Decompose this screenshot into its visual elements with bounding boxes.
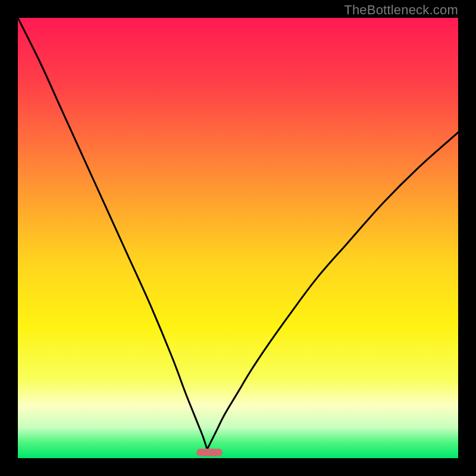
curve-left-branch xyxy=(18,18,207,449)
plot-area xyxy=(18,18,458,458)
curve-right-branch xyxy=(207,132,458,449)
chart-frame: TheBottleneck.com xyxy=(0,0,476,476)
bottleneck-curves xyxy=(18,18,458,458)
watermark-text: TheBottleneck.com xyxy=(344,2,458,18)
optimum-marker xyxy=(196,449,223,456)
